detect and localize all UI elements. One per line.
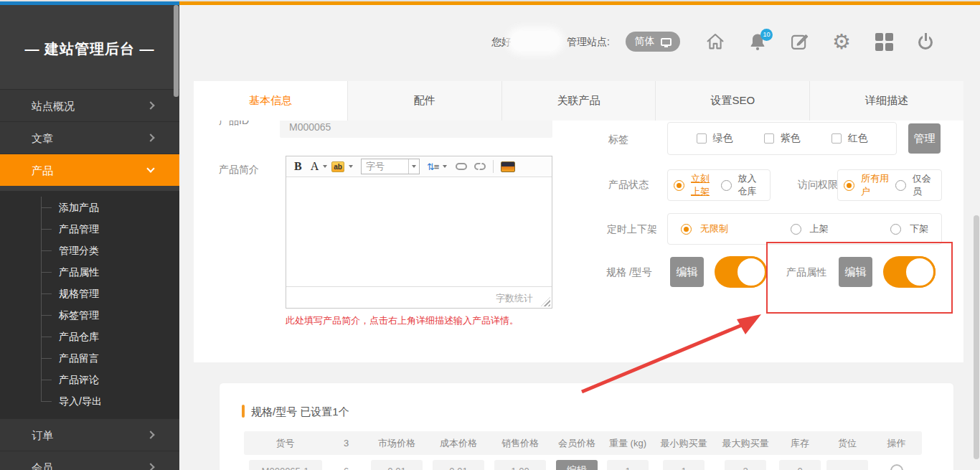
submenu-label: 标签管理 (59, 309, 99, 321)
product-status-group: 立刻上架 放入仓库 (667, 169, 771, 201)
font-size-dropdown[interactable] (408, 159, 419, 174)
cost-price-field[interactable]: 0.01 (433, 460, 484, 470)
editor-toolbar: B A ab 字号 ⇅≡ (286, 156, 552, 177)
font-color-button[interactable]: A (307, 160, 319, 173)
resize-grip[interactable] (541, 297, 550, 306)
radio-label: 上架 (810, 222, 829, 235)
radio-all-users[interactable] (844, 180, 854, 191)
market-price-field[interactable]: 0.01 (371, 460, 423, 470)
word-count-label: 字数统计 (496, 292, 533, 305)
submenu-category-manage[interactable]: 管理分类 (0, 240, 179, 261)
radio-label[interactable]: 放入仓库 (738, 172, 765, 198)
submenu-label: 管理分类 (59, 245, 99, 256)
radio-schedule-up[interactable] (791, 224, 801, 235)
tag-option-red[interactable]: 红色 (831, 132, 868, 145)
submenu-reviews[interactable]: 产品评论 (0, 369, 179, 390)
radio-schedule-down[interactable] (890, 224, 901, 235)
spec-card-title: 规格/型号 已设置1个 (251, 405, 349, 419)
page-scrollbar-thumb[interactable] (974, 215, 979, 459)
section-accent-bar (242, 405, 245, 418)
tab-detail-desc[interactable]: 详细描述 (810, 81, 963, 121)
bold-button[interactable]: B (292, 160, 304, 173)
product-status-label: 产品状态 (608, 179, 649, 192)
submenu-product-attrs[interactable]: 产品属性 (0, 261, 179, 283)
radio-members-only[interactable] (895, 180, 906, 191)
location-field[interactable] (826, 460, 868, 470)
tree-tick (41, 250, 52, 251)
edit-icon[interactable] (789, 32, 809, 52)
manage-tags-button[interactable]: 管理 (908, 123, 941, 154)
sidebar-item-articles[interactable]: 文章 (0, 121, 179, 154)
schedule-unlimited[interactable]: 无限制 (681, 222, 728, 235)
insert-image-icon[interactable] (501, 161, 515, 172)
sidebar-item-orders[interactable]: 订单 (0, 418, 179, 451)
submenu-label: 产品属性 (59, 266, 99, 278)
insert-link-icon[interactable] (456, 163, 467, 170)
col-sale-price: 销售价格 (501, 437, 539, 450)
tag-option-purple[interactable]: 紫色 (764, 132, 801, 145)
line-height-caret[interactable] (443, 165, 447, 168)
weight-field[interactable]: 1 (607, 460, 649, 470)
schedule-on-shelf[interactable]: 上架 (791, 222, 829, 235)
member-price-edit-button[interactable]: 编辑 (556, 460, 598, 470)
remove-link-icon[interactable] (474, 163, 486, 170)
checkbox-red[interactable] (831, 133, 842, 144)
editor-content-area[interactable] (286, 177, 552, 286)
submenu-add-product[interactable]: 添加产品 (0, 197, 179, 218)
attr-toggle-on[interactable] (883, 256, 936, 288)
radio-label[interactable]: 立刻上架 (691, 172, 717, 198)
submenu-import-export[interactable]: 导入/导出 (0, 390, 179, 412)
stock-field[interactable]: 0 (779, 460, 821, 470)
line-height-button[interactable]: ⇅≡ (427, 161, 439, 172)
highlight-caret[interactable] (349, 165, 353, 168)
tree-tick (41, 358, 52, 359)
radio-label[interactable]: 仅会员 (913, 172, 936, 198)
radio-on-shelf[interactable] (674, 180, 684, 191)
submenu-spec-manage[interactable]: 规格管理 (0, 283, 179, 304)
schedule-off-shelf[interactable]: 下架 (890, 222, 928, 235)
attr-edit-button[interactable]: 编辑 (839, 257, 872, 287)
font-size-select[interactable]: 字号 (361, 159, 420, 174)
submenu-messages[interactable]: 产品留言 (0, 347, 179, 369)
language-pill-button[interactable]: 简体 (626, 32, 680, 52)
home-icon[interactable] (705, 32, 725, 52)
spec-table-row: M000065-1 6 0.01 0.01 1.00 编辑 1 1 2 0 (244, 459, 922, 470)
row-action-icon[interactable] (890, 464, 903, 470)
toggle-knob (735, 256, 767, 288)
highlight-button[interactable]: ab (331, 161, 344, 172)
sidebar-item-members[interactable]: 会员 (0, 451, 179, 470)
radio-unlimited[interactable] (681, 224, 692, 235)
spec-toggle-on[interactable] (715, 256, 767, 288)
sidebar-scrollbar-thumb[interactable] (174, 5, 179, 97)
submenu-tag-manage[interactable]: 标签管理 (0, 304, 179, 326)
submenu-product-manage[interactable]: 产品管理 (0, 218, 179, 240)
item-no-field[interactable]: M000065-1 (249, 460, 322, 470)
radio-to-warehouse[interactable] (721, 180, 732, 191)
submenu-warehouse[interactable]: 产品仓库 (0, 326, 179, 347)
min-qty-field[interactable]: 1 (663, 460, 705, 470)
tree-tick (41, 315, 52, 316)
logout-power-icon[interactable] (918, 33, 935, 50)
tag-option-green[interactable]: 绿色 (697, 132, 733, 145)
tab-related-products[interactable]: 关联产品 (502, 81, 656, 121)
sale-price-field[interactable]: 1.00 (494, 460, 546, 470)
checkbox-purple[interactable] (764, 133, 774, 144)
max-qty-field[interactable]: 2 (725, 460, 766, 470)
submenu-label: 产品管理 (59, 223, 99, 235)
font-size-placeholder: 字号 (362, 160, 385, 173)
spec-edit-button[interactable]: 编辑 (670, 257, 704, 287)
apps-grid-icon[interactable] (875, 32, 895, 52)
radio-label[interactable]: 所有用户 (861, 172, 892, 198)
checkbox-green[interactable] (697, 133, 707, 144)
col-max-qty: 最大购买量 (722, 437, 769, 450)
settings-gear-icon[interactable]: ⚙ (832, 32, 852, 52)
sidebar-item-products[interactable]: 产品 (0, 154, 179, 186)
tab-basic-info[interactable]: 基本信息 (194, 81, 348, 121)
sidebar-item-site-overview[interactable]: 站点概况 (0, 89, 179, 121)
tab-seo[interactable]: 设置SEO (656, 81, 810, 121)
tree-tick (41, 207, 52, 208)
submenu-label: 导入/导出 (59, 395, 102, 407)
tab-accessories[interactable]: 配件 (348, 81, 502, 121)
notification-badge: 10 (760, 29, 773, 41)
font-color-caret[interactable] (323, 165, 327, 168)
